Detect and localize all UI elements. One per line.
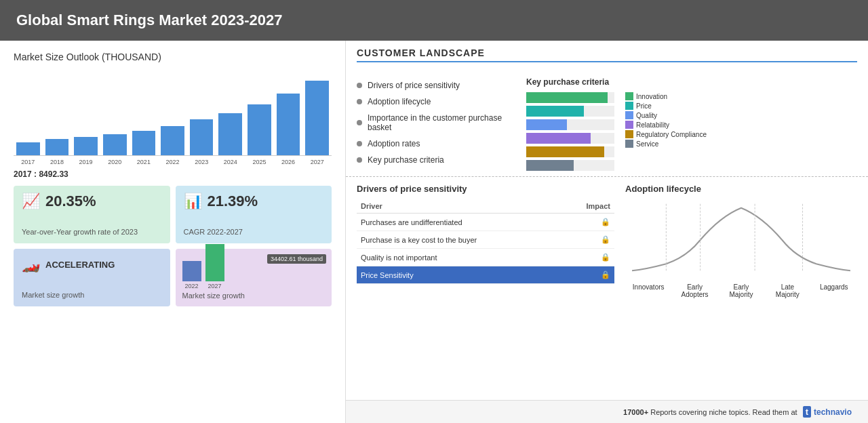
base-year-value: 2017 : 8492.33 — [14, 169, 332, 179]
bar-year-label: 2017 — [16, 159, 40, 165]
cagr-card: 📊 21.39% CAGR 2022-2027 — [176, 186, 332, 243]
kpc-bars — [526, 92, 614, 171]
bar-year-label: 2019 — [74, 159, 98, 165]
cl-nav-item[interactable]: Adoption lifecycle — [357, 94, 513, 110]
bar-group — [277, 94, 300, 155]
kpc-legend-item: Price — [625, 102, 707, 110]
ps-row: Purchase is a key cost to the buyer 🔒 — [357, 231, 614, 249]
al-laggards: Laggards — [814, 283, 854, 298]
ps-impact: 🔒 — [561, 249, 614, 266]
bar-group — [218, 113, 242, 155]
market-growth-label: Market size growth — [182, 291, 326, 301]
footer: 17000+ Reports covering niche topics. Re… — [346, 400, 868, 423]
ps-row: Price Sensitivity 🔒 — [357, 266, 614, 284]
price-sensitivity: Drivers of price sensitivity Driver Impa… — [357, 184, 614, 393]
bar-year-label: 2022 — [161, 159, 184, 165]
al-late-majority: LateMajority — [767, 283, 808, 298]
ps-driver: Purchase is a key cost to the buyer — [357, 231, 561, 249]
bar-year-label: 2018 — [45, 159, 69, 165]
bar-group — [305, 81, 329, 155]
cl-nav-item[interactable]: Key purchase criteria — [357, 152, 513, 168]
cagr-value: 21.39% — [208, 193, 258, 210]
bar-year-label: 2025 — [248, 159, 271, 165]
al-curve-svg — [625, 199, 857, 281]
yoy-label: Year-over-Year growth rate of 2023 — [22, 227, 162, 237]
kpc-bar-fill — [526, 119, 567, 130]
lock-icon: 🔒 — [601, 218, 610, 226]
ps-table: Driver Impact Purchases are undifferenti… — [357, 199, 614, 284]
page-header: Global Smart Rings Market 2023-2027 — [0, 0, 868, 41]
cl-nav-item[interactable]: Adoption rates — [357, 136, 513, 152]
kpc-title: Key purchase criteria — [526, 77, 857, 87]
col-impact: Impact — [561, 199, 614, 214]
kpc-legend-item: Regulatory Compliance — [625, 130, 707, 138]
bar-year-label: 2024 — [218, 159, 242, 165]
kpc-bar-fill — [526, 160, 574, 171]
kpc-chart-area: InnovationPriceQualityRelatabilityRegula… — [526, 92, 857, 171]
ps-driver: Quality is not important — [357, 249, 561, 266]
cl-dot — [357, 141, 362, 146]
technavio-logo: t technavio — [803, 406, 852, 418]
bar-year-label: 2027 — [305, 159, 329, 165]
mini-bar-2022: 2022 — [184, 283, 198, 289]
kpc-swatch — [625, 140, 633, 148]
bar-year-label: 2020 — [103, 159, 127, 165]
footer-highlight: 17000+ Reports covering niche topics. Re… — [623, 408, 797, 416]
accel-card: 🏎️ ACCELERATING Market size growth — [14, 249, 170, 306]
kpc-legend-item: Innovation — [625, 92, 707, 100]
ps-impact: 🔒 — [561, 231, 614, 249]
bottom-section: Drivers of price sensitivity Driver Impa… — [346, 177, 868, 400]
kpc-bar-wrap — [526, 119, 614, 130]
bar-chart — [14, 68, 332, 156]
al-labels: Innovators EarlyAdopters EarlyMajority L… — [625, 283, 857, 298]
kpc-bar-wrap — [526, 92, 614, 103]
kpc-swatch — [625, 102, 633, 110]
customer-landscape: Drivers of price sensitivityAdoption lif… — [346, 69, 868, 177]
kpc-bar-row — [526, 92, 614, 103]
bar-icon: 📊 — [184, 193, 202, 210]
cl-dot — [357, 157, 362, 163]
adoption-lifecycle: Adoption lifecycle Innovators EarlyAdopt… — [625, 184, 857, 393]
kpc-swatch — [625, 130, 633, 138]
lock-icon: 🔒 — [601, 235, 610, 243]
bar-group — [16, 142, 40, 155]
cl-nav-item[interactable]: Drivers of price sensitivity — [357, 77, 513, 94]
kpc-bar-row — [526, 106, 614, 117]
kpc-bar-wrap — [526, 160, 614, 171]
panel-title: Market Size Outlook (THOUSAND) — [14, 52, 332, 62]
yoy-value: 20.35% — [45, 193, 96, 210]
kpc-bar-wrap — [526, 146, 614, 157]
bar-group — [161, 126, 184, 155]
kpc-bar-fill — [526, 106, 584, 117]
kpc-bar-row — [526, 146, 614, 157]
kpc-legend-item: Service — [625, 140, 707, 148]
ps-impact: 🔒 — [561, 266, 614, 284]
cl-section-title: CUSTOMER LANDSCAPE — [357, 47, 857, 62]
bar-year-label: 2021 — [132, 159, 156, 165]
kpc-bar-fill — [526, 92, 608, 103]
al-early-majority: EarlyMajority — [721, 283, 762, 298]
cl-dot — [357, 83, 362, 88]
page-title: Global Smart Rings Market 2023-2027 — [16, 12, 283, 29]
technavio-t: t — [803, 406, 811, 418]
ps-row: Quality is not important 🔒 — [357, 249, 614, 266]
bar-year-label: 2023 — [190, 159, 214, 165]
kpc-swatch — [625, 92, 633, 100]
ps-impact: 🔒 — [561, 214, 614, 231]
accel-value: ACCELERATING — [45, 260, 115, 270]
left-panel: Market Size Outlook (THOUSAND) 201720182… — [0, 41, 346, 423]
bar-year-label: 2026 — [277, 159, 300, 165]
al-innovators: Innovators — [628, 283, 669, 298]
cl-header: CUSTOMER LANDSCAPE — [346, 41, 868, 69]
ps-title: Drivers of price sensitivity — [357, 184, 614, 194]
main-content: Market Size Outlook (THOUSAND) 201720182… — [0, 41, 868, 423]
chart-up-icon: 📈 — [22, 193, 40, 210]
cl-dot — [357, 120, 362, 125]
cl-nav-item[interactable]: Importance in the customer purchase bask… — [357, 110, 513, 136]
kpc-swatch — [625, 121, 633, 129]
kpc-bar-wrap — [526, 133, 614, 144]
kpc-bar-fill — [526, 133, 591, 144]
cl-dot — [357, 99, 362, 104]
bar-group — [45, 139, 69, 155]
right-panel: CUSTOMER LANDSCAPE Drivers of price sens… — [346, 41, 868, 423]
